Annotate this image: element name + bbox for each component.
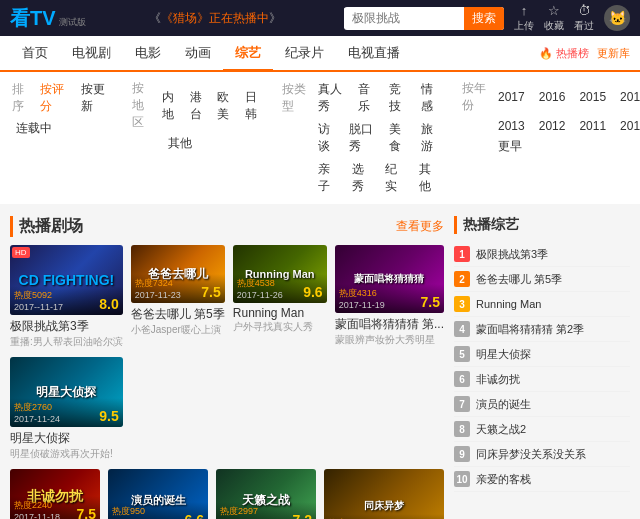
sidebar-item-5[interactable]: 5 明星大侦探 bbox=[454, 342, 630, 367]
sidebar-item-10[interactable]: 10 亲爱的客栈 bbox=[454, 467, 630, 492]
see-more-btn[interactable]: 查看更多 bbox=[396, 218, 444, 235]
heat-6: 热度2240 bbox=[14, 499, 60, 512]
type-reality[interactable]: 真人秀 bbox=[314, 80, 348, 116]
heat-5: 热度2760 bbox=[14, 401, 60, 414]
date-6: 2017-11-18 bbox=[14, 512, 60, 519]
type-documentary[interactable]: 纪实 bbox=[381, 160, 409, 196]
sidebar-rank-10: 10 bbox=[454, 471, 470, 487]
video-card-4[interactable]: 蒙面唱将猜猜猜 热度4316 2017-11-19 7.5 蒙面唱将猜猜猜 第.… bbox=[335, 245, 444, 349]
sort-filter: 排序 按评分 按更新 连载中 bbox=[12, 80, 112, 196]
type-music[interactable]: 音乐 bbox=[354, 80, 379, 116]
search-input[interactable] bbox=[344, 8, 464, 28]
search-button[interactable]: 搜索 bbox=[464, 7, 504, 30]
sidebar-item-title-6: 非诚勿扰 bbox=[476, 372, 630, 387]
header-banner: 《《猎场》正在热播中》 bbox=[96, 10, 334, 27]
sort-option-ongoing[interactable]: 连载中 bbox=[12, 120, 56, 136]
year-2010[interactable]: 2010 bbox=[616, 118, 640, 134]
nav-item-home[interactable]: 首页 bbox=[10, 35, 60, 71]
sidebar-item-2[interactable]: 2 爸爸去哪儿 第5季 bbox=[454, 267, 630, 292]
date-3: 2017-11-26 bbox=[237, 290, 283, 300]
sidebar-list: 1 极限挑战第3季 2 爸爸去哪儿 第5季 3 Running Man 4 蒙面… bbox=[454, 242, 630, 492]
video-card-1[interactable]: CD FIGHTING! 热度5092 2017--11-17 8.0 HD 极… bbox=[10, 245, 123, 349]
heat-8: 热度2997 bbox=[220, 505, 266, 518]
sidebar-item-title-2: 爸爸去哪儿 第5季 bbox=[476, 272, 630, 287]
sidebar-item-title-5: 明星大侦探 bbox=[476, 347, 630, 362]
date-1: 2017--11-17 bbox=[14, 302, 63, 312]
year-label: 按年份 bbox=[462, 80, 488, 114]
region-western[interactable]: 欧美 bbox=[213, 88, 234, 124]
heat-2: 热度7324 bbox=[135, 277, 181, 290]
type-talent[interactable]: 选秀 bbox=[348, 160, 376, 196]
type-food[interactable]: 美食 bbox=[385, 120, 410, 156]
region-hktw[interactable]: 港台 bbox=[186, 88, 207, 124]
type-emotion[interactable]: 情感 bbox=[417, 80, 442, 116]
video-card-5[interactable]: 明星大侦探 热度2760 2017-11-24 9.5 明星大侦探 明星侦破游戏… bbox=[10, 357, 123, 461]
hot-ranking-btn[interactable]: 🔥 热播榜 bbox=[539, 46, 589, 61]
header-actions: ↑ 上传 ☆ 收藏 ⏱ 看过 🐱 bbox=[514, 3, 630, 33]
sort-option-update[interactable]: 按更新 bbox=[77, 80, 112, 116]
region-japan[interactable]: 日韩 bbox=[241, 88, 262, 124]
title-4: 蒙面唱将猜猜猜 第... bbox=[335, 316, 444, 333]
video-card-2[interactable]: 爸爸去哪儿 热度7324 2017-11-23 7.5 爸爸去哪儿 第5季 小爸… bbox=[131, 245, 225, 349]
region-filter: 按地区 内地 港台 欧美 日韩 其他 bbox=[132, 80, 262, 196]
nav-item-movie[interactable]: 电影 bbox=[123, 35, 173, 71]
sidebar-item-4[interactable]: 4 蒙面唱将猜猜猜 第2季 bbox=[454, 317, 630, 342]
type-travel[interactable]: 旅游 bbox=[417, 120, 442, 156]
year-2014[interactable]: 2014 bbox=[616, 89, 640, 105]
year-2016[interactable]: 2016 bbox=[535, 89, 570, 105]
nav-item-tv[interactable]: 电视剧 bbox=[60, 35, 123, 71]
upload-action[interactable]: ↑ 上传 bbox=[514, 3, 534, 33]
type-talkshow[interactable]: 访谈 bbox=[314, 120, 339, 156]
type-filter: 按类型 真人秀 音乐 竞技 情感 访谈 脱口秀 美食 旅游 亲子 选秀 纪实 其… bbox=[282, 80, 442, 196]
sort-option-score[interactable]: 按评分 bbox=[36, 80, 71, 116]
logo: 看TV 测试版 bbox=[10, 5, 86, 32]
region-mainland[interactable]: 内地 bbox=[158, 88, 179, 124]
avatar[interactable]: 🐱 bbox=[604, 5, 630, 31]
sidebar-item-3[interactable]: 3 Running Man bbox=[454, 292, 630, 317]
video-card-3[interactable]: Running Man 热度4538 2017-11-26 9.6 Runnin… bbox=[233, 245, 327, 349]
score-4: 7.5 bbox=[421, 294, 440, 310]
year-filter: 按年份 2017 2016 2015 2014 2013 2012 2011 2… bbox=[462, 80, 640, 196]
sort-label: 排序 bbox=[12, 81, 30, 115]
sidebar-item-title-9: 同床异梦没关系没关系 bbox=[476, 447, 630, 462]
type-other[interactable]: 其他 bbox=[415, 160, 443, 196]
score-2: 7.5 bbox=[201, 284, 220, 300]
sidebar-item-title-3: Running Man bbox=[476, 298, 630, 310]
year-2017[interactable]: 2017 bbox=[494, 89, 529, 105]
sidebar-item-1[interactable]: 1 极限挑战第3季 bbox=[454, 242, 630, 267]
nav-item-anime[interactable]: 动画 bbox=[173, 35, 223, 71]
year-earlier[interactable]: 更早 bbox=[494, 138, 526, 154]
year-2015[interactable]: 2015 bbox=[575, 89, 610, 105]
video-card-8[interactable]: 天籁之战 热度2997 2017-11-25 7.2 天籁之战2 英文曲中华亲手… bbox=[216, 469, 316, 519]
sidebar-rank-3: 3 bbox=[454, 296, 470, 312]
score-1: 8.0 bbox=[99, 296, 118, 312]
sidebar-item-9[interactable]: 9 同床异梦没关系没关系 bbox=[454, 442, 630, 467]
history-action[interactable]: ⏱ 看过 bbox=[574, 3, 594, 33]
type-label: 按类型 bbox=[282, 81, 308, 115]
type-child[interactable]: 亲子 bbox=[314, 160, 342, 196]
type-competition[interactable]: 竞技 bbox=[385, 80, 410, 116]
video-grid-row1: CD FIGHTING! 热度5092 2017--11-17 8.0 HD 极… bbox=[10, 245, 444, 461]
video-card-6[interactable]: 非诚勿扰 热度2240 2017-11-18 7.5 非诚勿扰 大型相亲交友类节… bbox=[10, 469, 100, 519]
video-card-7[interactable]: 演员的诞生 热度950 2017-11-25 6.6 演员的诞生 中国首档演技竞… bbox=[108, 469, 208, 519]
nav-item-documentary[interactable]: 纪录片 bbox=[273, 35, 336, 71]
score-5: 9.5 bbox=[99, 408, 118, 424]
sidebar-item-7[interactable]: 7 演员的诞生 bbox=[454, 392, 630, 417]
year-2013[interactable]: 2013 bbox=[494, 118, 529, 134]
video-card-9[interactable]: 同床异梦 热度1846 2017-11-24 8.7 同床异梦没关系没关系 韩国… bbox=[324, 469, 444, 519]
title-1: 极限挑战第3季 bbox=[10, 318, 123, 335]
desc-3: 户外寻找真实人秀 bbox=[233, 320, 327, 334]
main-content-area: 热播剧场 查看更多 CD FIGHTING! 热度5092 2017--11-1… bbox=[0, 208, 640, 519]
sidebar-rank-8: 8 bbox=[454, 421, 470, 437]
year-2012[interactable]: 2012 bbox=[535, 118, 570, 134]
favorite-action[interactable]: ☆ 收藏 bbox=[544, 3, 564, 33]
update-library-btn[interactable]: 更新库 bbox=[597, 46, 630, 61]
region-label: 按地区 bbox=[132, 80, 152, 131]
nav-item-live[interactable]: 电视直播 bbox=[336, 35, 412, 71]
region-other[interactable]: 其他 bbox=[164, 135, 196, 151]
sidebar-item-8[interactable]: 8 天籁之战2 bbox=[454, 417, 630, 442]
type-standup[interactable]: 脱口秀 bbox=[345, 120, 379, 156]
sidebar-item-6[interactable]: 6 非诚勿扰 bbox=[454, 367, 630, 392]
nav-item-variety[interactable]: 综艺 bbox=[223, 35, 273, 71]
year-2011[interactable]: 2011 bbox=[575, 118, 610, 134]
